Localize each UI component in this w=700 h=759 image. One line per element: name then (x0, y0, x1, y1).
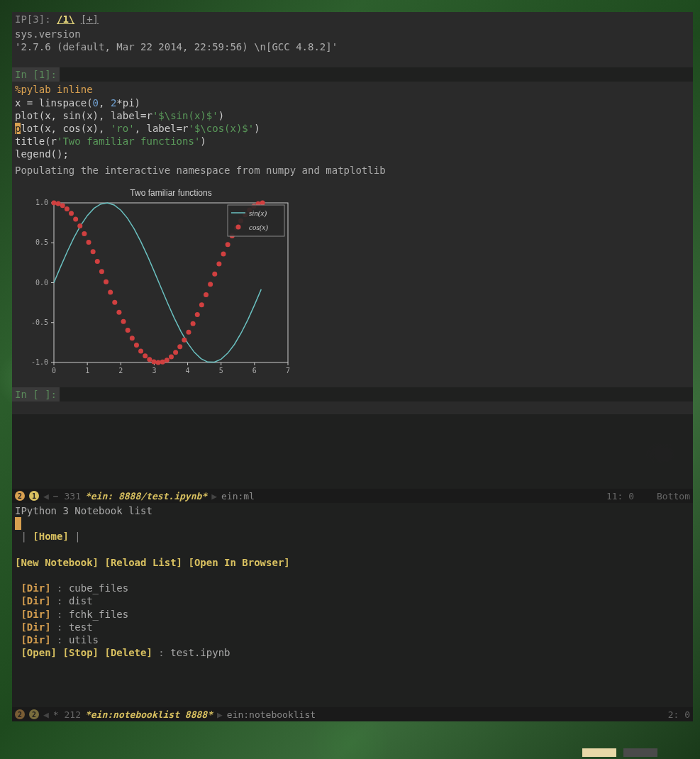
output-line: sys.version (15, 28, 690, 40)
tab-add-button[interactable]: [+] (81, 13, 99, 25)
svg-point-80 (236, 224, 241, 229)
svg-text:7: 7 (286, 367, 290, 375)
svg-point-33 (73, 216, 78, 221)
delete-nb-button[interactable]: [Delete] (104, 647, 152, 658)
modeline-spec: * 212 (53, 709, 81, 720)
svg-point-45 (126, 328, 130, 333)
modeline-bottom: 2 2 ◀ * 212 *ein:notebooklist 8888* ▶ ei… (12, 707, 693, 721)
svg-point-76 (260, 200, 265, 205)
svg-text:3: 3 (152, 367, 156, 375)
dir-name: fchk_files (69, 609, 128, 620)
svg-point-58 (182, 337, 187, 342)
buffer-name: *ein:notebooklist 8888* (85, 709, 213, 720)
dir-link[interactable]: [Dir] (21, 609, 50, 620)
modeline-top: 2 1 ◀ − 331 *ein: 8888/test.ipynb* ▶ ein… (12, 489, 693, 503)
svg-point-55 (169, 354, 174, 359)
svg-text:0.0: 0.0 (35, 278, 48, 286)
dir-link[interactable]: [Dir] (21, 595, 50, 606)
svg-point-44 (121, 318, 126, 323)
dir-link[interactable]: [Dir] (21, 621, 50, 633)
svg-point-49 (143, 353, 148, 358)
dir-link[interactable]: [Dir] (21, 582, 50, 594)
window-badge: 1 (29, 491, 39, 501)
svg-point-67 (221, 251, 226, 256)
svg-point-50 (147, 357, 152, 362)
svg-text:0.5: 0.5 (35, 238, 48, 246)
new-notebook-button[interactable]: [New Notebook] (15, 557, 99, 568)
svg-text:5: 5 (219, 367, 223, 375)
stop-nb-button[interactable]: [Stop] (62, 647, 99, 658)
svg-point-41 (108, 289, 113, 294)
svg-point-37 (91, 249, 96, 254)
svg-point-43 (116, 309, 121, 314)
cell-2-code[interactable] (12, 401, 693, 414)
svg-text:cos(x): cos(x) (249, 223, 268, 232)
cell-1-output-plot: Two familiar functions01234567-1.0-0.50.… (12, 178, 693, 387)
svg-point-64 (208, 282, 213, 287)
cell-2-prompt[interactable]: In [ ]: (12, 387, 60, 401)
cell-1-code[interactable]: %pylab inline x = linspace(0, 2*pi) plot… (12, 82, 693, 162)
svg-point-29 (56, 201, 61, 206)
svg-point-61 (195, 312, 200, 317)
desktop-widget (582, 748, 657, 757)
svg-point-66 (216, 261, 221, 266)
plot-chart: Two familiar functions01234567-1.0-0.50.… (15, 185, 291, 380)
svg-point-68 (226, 242, 230, 247)
svg-point-38 (95, 259, 100, 264)
workspace-badge: 2 (15, 491, 25, 501)
dir-name: utils (69, 634, 99, 646)
cursor-position: 2: 0 (668, 709, 690, 720)
cell-1-prompt: In [1]: (12, 67, 60, 82)
svg-point-48 (138, 348, 143, 353)
home-link[interactable]: [Home] (33, 531, 69, 542)
svg-point-35 (82, 231, 87, 236)
svg-point-28 (52, 200, 57, 205)
dir-link[interactable]: [Dir] (21, 634, 50, 646)
reload-list-button[interactable]: [Reload List] (104, 557, 182, 568)
buffer-name: *ein: 8888/test.ipynb* (85, 491, 207, 502)
svg-text:2: 2 (118, 367, 123, 375)
svg-point-57 (177, 344, 182, 349)
svg-point-32 (69, 211, 74, 216)
nb-name: test.ipynb (170, 647, 230, 658)
dir-name: test (69, 621, 93, 633)
svg-point-31 (65, 206, 70, 211)
svg-text:1.0: 1.0 (35, 199, 48, 206)
modeline-spec: − 331 (53, 491, 81, 502)
svg-point-54 (165, 358, 170, 362)
window-badge: 2 (29, 709, 39, 719)
svg-text:sin(x): sin(x) (249, 209, 267, 218)
dir-name: dist (69, 595, 93, 606)
svg-point-51 (151, 359, 156, 364)
tab-prefix: IP[3]: (15, 13, 57, 25)
notebook-pane: IP[3]: /1\ [+] sys.version '2.7.6 (defau… (12, 12, 693, 489)
svg-text:-0.5: -0.5 (31, 318, 48, 326)
svg-point-30 (60, 203, 65, 208)
open-browser-button[interactable]: [Open In Browser] (188, 557, 289, 568)
cursor-position: 11: 0 (606, 491, 634, 502)
svg-text:0: 0 (52, 367, 56, 375)
svg-point-65 (212, 272, 217, 277)
svg-point-59 (186, 330, 191, 335)
open-nb-button[interactable]: [Open] (21, 647, 57, 658)
cell-0-output: sys.version '2.7.6 (default, Mar 22 2014… (12, 26, 693, 55)
svg-point-60 (191, 321, 196, 326)
svg-text:1: 1 (85, 367, 89, 375)
svg-point-63 (204, 292, 209, 297)
svg-point-47 (134, 343, 139, 348)
tab-active[interactable]: /1\ (57, 13, 74, 25)
svg-point-40 (104, 279, 109, 284)
svg-point-62 (199, 302, 204, 307)
major-mode: ein:ml (221, 491, 255, 502)
svg-text:6: 6 (252, 367, 257, 375)
svg-text:-1.0: -1.0 (31, 358, 48, 366)
tab-bar: IP[3]: /1\ [+] (12, 12, 693, 26)
svg-point-52 (156, 360, 161, 365)
dir-name: cube_files (69, 582, 128, 594)
notebooklist-pane: IPython 3 Notebook list | [Home] | [New … (12, 503, 693, 721)
svg-point-42 (112, 299, 117, 304)
svg-point-56 (173, 350, 178, 355)
svg-point-34 (77, 223, 82, 228)
output-line: '2.7.6 (default, Mar 22 2014, 22:59:56) … (15, 40, 690, 53)
svg-point-39 (99, 269, 104, 274)
